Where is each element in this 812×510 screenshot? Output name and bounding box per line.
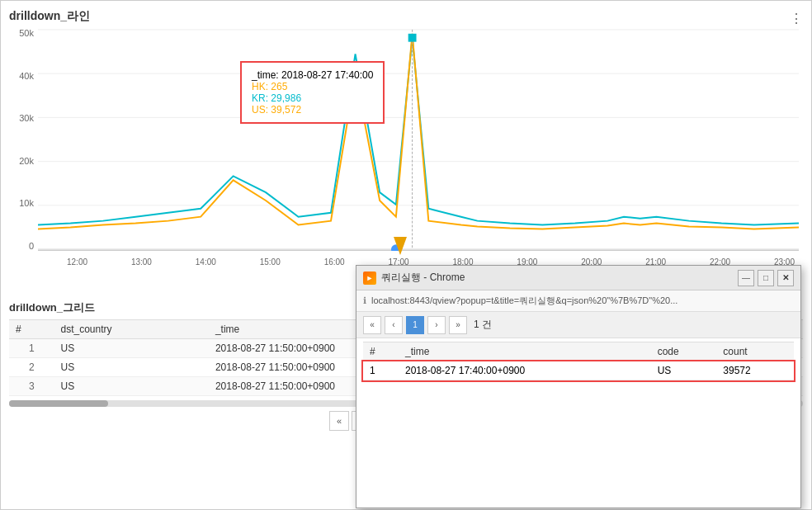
cell-country-1: US [54,339,208,358]
cell-country-3: US [54,377,208,396]
popup-next-button[interactable]: › [427,316,446,334]
tooltip-us-label: US: [252,104,268,116]
x-label-13: 13:00 [131,257,152,267]
cell-num-3: 3 [9,377,54,396]
chart-svg-area[interactable]: 12:00 13:00 14:00 15:00 16:00 17:00 18:0… [38,28,799,251]
popup-titlebar: ► 쿼리실행 - Chrome — □ ✕ [356,266,800,290]
line-chart-svg [38,28,799,251]
popup-cell-count-1: 39572 [716,361,794,380]
arrow-indicator [394,237,407,255]
popup-cell-code-1: US [651,361,717,380]
y-label-0: 0 [9,241,34,251]
popup-last-button[interactable]: » [449,316,467,334]
cell-num-2: 2 [9,358,54,377]
popup-app-icon: ► [363,272,376,285]
y-label-50k: 50k [9,28,34,38]
x-label-12: 12:00 [67,257,87,267]
y-label-20k: 20k [9,156,34,166]
popup-cell-time-1: 2018-08-27 17:40:00+0900 [399,361,651,380]
chart-title: drilldown_라인 [9,9,803,24]
x-label-15: 15:00 [260,257,281,267]
tooltip-time-row: _time: 2018-08-27 17:40:00 [252,69,373,81]
tooltip-us-row: US: 39,572 [252,104,373,116]
y-label-30k: 30k [9,113,34,123]
popup-first-button[interactable]: « [363,316,381,334]
tooltip-hk-row: HK: 265 [252,81,373,92]
popup-close-button[interactable]: ✕ [777,270,794,286]
cell-country-2: US [54,358,208,377]
cell-num-1: 1 [9,339,54,358]
y-label-40k: 40k [9,71,34,81]
tooltip-kr-label: KR: [252,92,268,104]
url-text: localhost:8443/qview?popup=t&title=쿼리실행&… [371,295,677,307]
popup-table-container: # _time code count 1 2018-08-27 17:40:00… [356,338,800,384]
tooltip-hk-value: 265 [271,81,287,92]
popup-maximize-button[interactable]: □ [758,270,774,286]
popup-window-controls: — □ ✕ [738,270,794,286]
popup-window: ► 쿼리실행 - Chrome — □ ✕ ℹ localhost:8443/q… [356,265,801,508]
popup-data-table: # _time code count 1 2018-08-27 17:40:00… [363,342,794,380]
popup-page-1-button[interactable]: 1 [406,316,424,334]
y-label-10k: 10k [9,198,34,208]
popup-title-text: 쿼리실행 - Chrome [381,271,465,285]
popup-count-text: 1 건 [474,318,492,332]
tooltip-time-value: 2018-08-27 17:40:00 [281,69,373,81]
y-axis-labels: 50k 40k 30k 20k 10k 0 [9,28,38,251]
popup-col-count: count [716,342,794,361]
chart-section: drilldown_라인 50k 40k 30k 20k 10k 0 [1,1,811,276]
popup-url-bar: ℹ localhost:8443/qview?popup=t&title=쿼리실… [356,290,800,312]
chart-tooltip: _time: 2018-08-27 17:40:00 HK: 265 KR: 2… [240,61,385,124]
x-label-16: 16:00 [324,257,345,267]
popup-table-row-highlighted: 1 2018-08-27 17:40:00+0900 US 39572 [363,361,794,380]
popup-minimize-button[interactable]: — [738,270,754,286]
popup-col-num: # [363,342,399,361]
svg-rect-8 [408,34,417,42]
popup-col-time: _time [399,342,651,361]
x-label-14: 14:00 [196,257,216,267]
scrollbar-thumb[interactable] [9,400,108,407]
tooltip-kr-value: 29,986 [271,92,301,104]
col-header-country: dst_country [54,320,208,339]
popup-prev-button[interactable]: ‹ [385,316,403,334]
pagination-first-button[interactable]: « [329,411,349,431]
tooltip-hk-label: HK: [252,81,268,92]
info-icon: ℹ [363,295,366,306]
popup-cell-num-1: 1 [363,361,399,380]
popup-pagination: « ‹ 1 › » 1 건 [356,312,800,338]
popup-title-left: ► 쿼리실행 - Chrome [363,271,465,285]
tooltip-kr-row: KR: 29,986 [252,92,373,104]
tooltip-us-value: 39,572 [271,104,301,116]
col-header-num: # [9,320,54,339]
main-panel: ⋮ drilldown_라인 50k 40k 30k 20k 10k 0 [0,0,812,510]
popup-col-code: code [651,342,717,361]
tooltip-time-label: _time: [252,69,279,81]
